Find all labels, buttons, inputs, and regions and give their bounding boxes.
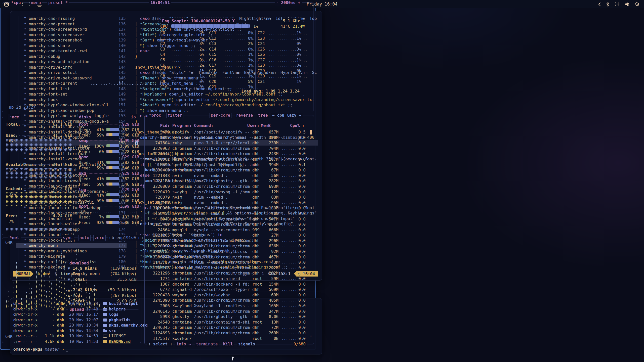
process-row[interactable]: 3221044chromium/usr/lib/chromium/chromdh…: [150, 151, 311, 157]
sort-arrow-icon[interactable]: ↑: [302, 123, 305, 128]
btop-window[interactable]: ¹cpu menu preset * 16:04:51 - 2000ms + u…: [0, 0, 316, 350]
process-row[interactable]: 1307dockerd/usr/bin/dockerd -H fd:root15…: [150, 282, 311, 287]
shell-prompt[interactable]: omarchy-pkgs master ›: [13, 347, 68, 352]
process-row[interactable]: 1220428waybar/usr/bin/waybardhh69M0.0...…: [150, 292, 311, 298]
sync-tab[interactable]: sync: [62, 235, 74, 241]
core-row-C18: C18..................1%: [207, 68, 255, 74]
kill-button[interactable]: Kill: [222, 341, 234, 347]
process-row[interactable]: 3246345chromium/usr/lib/chromium/chromdh…: [150, 325, 311, 330]
process-row[interactable]: 5470spotify/opt/spotify/spotify --dhh657…: [150, 129, 311, 135]
mem-row-Cached: Cached:23.2 GiB: [6, 186, 72, 192]
disks-column: root929 GiBUsed:41%382 GiBFree:59%546 Gi…: [76, 117, 142, 235]
mem-graph-3: [6, 228, 72, 231]
auto-tab[interactable]: auto: [78, 235, 91, 241]
tree-tab[interactable]: tree: [257, 113, 269, 118]
filter-tab[interactable]: filter: [166, 113, 183, 118]
core-row-C11: C11..................0%: [207, 30, 255, 36]
process-row[interactable]: 1205108chromium/usr/lib/chromium/chromdh…: [150, 265, 311, 271]
process-row[interactable]: 1221848nvimnvim --embed .dhh56M0.0......…: [150, 173, 311, 178]
process-row[interactable]: 1125409chromium/usr/lib/chromium/chromdh…: [150, 222, 311, 227]
process-row[interactable]: 3830408chromium/usr/lib/chromium/chromdh…: [150, 167, 311, 173]
core-row-C23: C23..................1%: [256, 36, 304, 41]
process-row[interactable]: 1220419swaybg/usr/bin/swaybg -i /homdhh1…: [150, 189, 311, 195]
core-row-C16: C16..................1%: [207, 57, 255, 63]
process-row[interactable]: 3220963chromium/usr/lib/chromium/chromdh…: [150, 146, 311, 151]
process-row[interactable]: 2006XwaylandXwayland :1 -rootless -dhh16…: [150, 303, 311, 309]
mem-graph-2: [6, 192, 72, 206]
core-row-C6: C6..................2%: [158, 63, 207, 68]
process-row[interactable]: 5998ghostty/usr/bin/ghostty --gtk-dhh8.0…: [150, 314, 311, 320]
process-row[interactable]: 3220869chromium/usr/lib/chromium/chromdh…: [150, 184, 311, 189]
terminate-button[interactable]: terminate: [195, 341, 219, 347]
mouse-cursor: [232, 356, 234, 361]
process-row[interactable]: 747804rubypuma 7.1.0 (tcp://localdhh239M…: [150, 140, 311, 146]
process-row[interactable]: 3809782nvimnvim --embed style.cssdhh92M0…: [150, 249, 311, 254]
download-upload-box: download upload ▼14.9 KiB/s(119 Kibps)▼T…: [65, 263, 139, 309]
process-row[interactable]: 5399spotify/opt/spotify/spotify --dhh394…: [150, 162, 311, 168]
process-row[interactable]: 3220992chromium/usr/lib/chromium/chromdh…: [150, 243, 311, 249]
cpu-panel-title[interactable]: ¹cpu: [10, 0, 22, 6]
process-row[interactable]: 3221035chromium/usr/lib/chromium/chromdh…: [150, 238, 311, 244]
process-row[interactable]: 1221188ghostty/usr/bin/ghostty --gtk-dhh…: [150, 178, 311, 184]
process-row[interactable]: 1124693chromium/usr/lib/chromium/chromdh…: [150, 330, 311, 336]
process-row[interactable]: 24564mysqldmysqld --max-connection999666…: [150, 227, 311, 233]
update-interval[interactable]: - 2000ms +: [275, 0, 302, 6]
process-row[interactable]: 1175517kworker/root0B0.0..........: [150, 336, 311, 341]
system-tray: [598, 0, 639, 8]
net-scale-bottom: 64K: [5, 334, 13, 339]
proc-panel-title[interactable]: ⁴proc: [148, 113, 162, 118]
process-row[interactable]: 1221265btopbtopdhh27M0.0..........: [150, 233, 311, 238]
core-row-C28: C28..................0%: [256, 63, 304, 68]
process-row[interactable]: 1143717nvimnvim --embed /var/tmp/pdhh43M…: [150, 260, 311, 265]
process-row[interactable]: 24540containe/usr/bin/containerd-shiroot…: [150, 320, 311, 325]
process-row[interactable]: 1156451nvimnvim --embed .dhh70M0.0......…: [150, 211, 311, 216]
mem-graph-1: [6, 168, 72, 178]
process-row[interactable]: 864107nvimnvim --embed .dhh95M0.0.......…: [150, 200, 311, 206]
process-row[interactable]: 1186302MainThre/home/dhh/.local/share/dh…: [150, 157, 311, 162]
preset-tab[interactable]: preset *: [47, 0, 69, 6]
process-row[interactable]: 3220965chromium/usr/lib/chromium/chromdh…: [150, 205, 311, 211]
cpu-panel: ¹cpu menu preset * 16:04:51 - 2000ms + u…: [2, 3, 313, 112]
core-row-C5: C5..................9%: [158, 57, 207, 63]
sort-tab[interactable]: ← cpu lazy →: [271, 113, 303, 118]
process-row[interactable]: 5343spotify/opt/spotify/spotifydhh547M0.…: [150, 216, 311, 222]
chevron-left-icon[interactable]: [598, 2, 601, 6]
core-row-C8: C8..................1%: [158, 73, 207, 79]
net-scale-top: 64K: [5, 240, 13, 245]
core-row-C3: C3..................2%: [158, 47, 207, 52]
select-button[interactable]: ↑ select ↓: [148, 342, 172, 346]
process-row[interactable]: 3245890chromium/usr/lib/chromium/chromdh…: [150, 298, 311, 303]
process-list: 5470spotify/opt/spotify/spotify --dhh657…: [150, 129, 311, 341]
core-row-C13: C13..................2%: [207, 41, 255, 47]
core-row-C27: C27..................1%: [256, 57, 304, 63]
core-row-C25: C25..................0%: [256, 47, 304, 52]
per-core-tab[interactable]: per-core: [210, 113, 231, 118]
core-row-C2: C2..................3%: [158, 41, 207, 47]
chip-icon[interactable]: [635, 2, 639, 7]
cpu-total-row: CPU 1% ......... 41°C 21.4W: [158, 24, 304, 29]
process-row[interactable]: 1897HyprlandHyprlanddhh370M0.0..........: [150, 135, 311, 141]
core-row-C20: C20..................5%: [207, 79, 255, 84]
core-row-C30: C30..................1%: [256, 73, 304, 79]
process-row[interactable]: 1274containe/usr/bin/containerdroot59M0.…: [150, 276, 311, 282]
menu-tab[interactable]: menu: [30, 0, 42, 6]
memory-panel: ²mem disks io Total:62.1 GiBUsed:41.3 Gi…: [2, 117, 141, 235]
bluetooth-icon[interactable]: [606, 2, 609, 7]
signals-button[interactable]: signals: [237, 341, 256, 347]
proc-scrollbar[interactable]: [310, 130, 312, 134]
volume-icon[interactable]: [625, 2, 630, 7]
cpu-core-box: Eng Sample: 100-000001243-50_Y 5.1 GHz C…: [158, 21, 304, 96]
interface-tab[interactable]: ←b enp191s0 n→: [108, 235, 144, 241]
process-row[interactable]: 6772signal-d/proc/self/exe --type=rdhh56…: [150, 287, 311, 292]
scroll-down-icon[interactable]: ↓: [310, 333, 312, 339]
zero-tab[interactable]: zero: [93, 235, 106, 241]
disk-pkg: pkg929 GiB: [79, 171, 139, 176]
info-button[interactable]: info ↵: [175, 341, 192, 347]
network-icon[interactable]: [614, 2, 620, 7]
process-row[interactable]: 3246145chromium/usr/lib/chromium/chromdh…: [150, 309, 311, 314]
process-row[interactable]: 3221296chromium/usr/lib/chromium/chromdh…: [150, 270, 311, 276]
process-row[interactable]: 3386242chromium/usr/lib/chromium/chromdh…: [150, 254, 311, 260]
reverse-tab[interactable]: reverse: [235, 113, 254, 118]
core-row-C12: C12..................0%: [207, 36, 255, 41]
process-row[interactable]: 728079nvimnvim --embed .dhh83M0.0.......…: [150, 195, 311, 200]
